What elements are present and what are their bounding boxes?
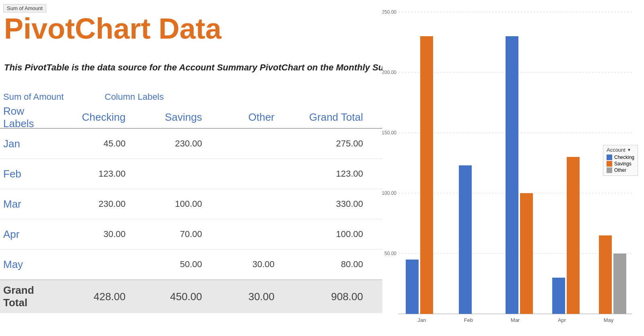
svg-rect-24 xyxy=(613,254,626,314)
column-labels-label: Column Labels xyxy=(105,92,164,102)
grand-total-total: 908.00 xyxy=(331,291,363,303)
row-mar-savings: 100.00 xyxy=(175,199,202,209)
page-title: PivotChart Data xyxy=(4,12,221,45)
row-jan-grand-total: 275.00 xyxy=(336,138,363,149)
row-mar-checking: 230.00 xyxy=(99,199,126,209)
legend-color-other xyxy=(607,167,612,173)
row-may-grand-total: 80.00 xyxy=(341,259,363,270)
svg-text:50.00: 50.00 xyxy=(384,251,396,256)
table-row: Jan 45.00 230.00 275.00 xyxy=(0,129,407,159)
legend-label-savings: Savings xyxy=(614,161,632,167)
svg-text:200.00: 200.00 xyxy=(382,70,396,75)
legend-label-checking: Checking xyxy=(614,155,634,160)
row-label-may: May xyxy=(3,258,23,271)
grand-total-label: Grand Total xyxy=(3,284,49,309)
legend-item-checking: Checking xyxy=(607,155,634,160)
svg-rect-23 xyxy=(599,235,612,314)
row-apr-savings: 70.00 xyxy=(180,229,202,239)
bar-chart: 250.00 200.00 150.00 100.00 50.00 Jan Fe… xyxy=(382,0,640,336)
table-row: May 50.00 30.00 80.00 xyxy=(0,249,407,280)
pivot-subtitle: This PivotTable is the data source for t… xyxy=(4,62,438,73)
svg-text:Mar: Mar xyxy=(511,317,520,323)
row-may-other: 30.00 xyxy=(252,259,275,270)
sum-badge: Sum of Amount xyxy=(3,4,46,12)
col-header-other: Other xyxy=(248,111,275,124)
svg-rect-17 xyxy=(506,36,518,314)
svg-text:Apr: Apr xyxy=(558,317,566,323)
pivot-table: Row Labels Checking Savings Other Grand … xyxy=(0,107,407,313)
row-may-savings: 50.00 xyxy=(180,259,202,270)
table-row: Mar 230.00 100.00 330.00 xyxy=(0,189,407,219)
grand-total-savings: 450.00 xyxy=(170,291,202,303)
svg-rect-12 xyxy=(406,260,419,314)
legend-color-checking xyxy=(607,155,612,160)
legend-title-text: Account xyxy=(607,147,625,153)
svg-text:150.00: 150.00 xyxy=(382,130,396,136)
legend-color-savings xyxy=(607,161,612,167)
chart-legend: Account ▼ Checking Savings Other xyxy=(603,145,638,176)
pivot-header-row: Row Labels Checking Savings Other Grand … xyxy=(0,107,407,129)
row-label-jan: Jan xyxy=(3,138,20,150)
row-feb-grand-total: 123.00 xyxy=(336,169,363,179)
legend-title: Account ▼ xyxy=(607,147,634,153)
svg-text:Jan: Jan xyxy=(418,317,426,323)
svg-rect-15 xyxy=(459,165,472,314)
chart-container: 250.00 200.00 150.00 100.00 50.00 Jan Fe… xyxy=(382,0,640,336)
svg-text:100.00: 100.00 xyxy=(382,190,396,196)
col-header-checking: Checking xyxy=(82,111,126,124)
svg-rect-20 xyxy=(552,278,565,314)
svg-text:May: May xyxy=(604,317,614,323)
sum-of-amount-label: Sum of Amount xyxy=(3,92,64,102)
table-row: Apr 30.00 70.00 100.00 xyxy=(0,219,407,249)
col-header-row-labels: Row Labels xyxy=(3,105,49,130)
legend-dropdown-icon[interactable]: ▼ xyxy=(627,148,631,152)
row-jan-checking: 45.00 xyxy=(103,138,126,149)
row-label-apr: Apr xyxy=(3,228,19,241)
row-mar-grand-total: 330.00 xyxy=(336,199,363,209)
row-label-mar: Mar xyxy=(3,198,21,210)
row-apr-checking: 30.00 xyxy=(103,229,126,239)
grand-total-row: Grand Total 428.00 450.00 30.00 908.00 xyxy=(0,280,407,313)
row-feb-checking: 123.00 xyxy=(99,169,126,179)
row-jan-savings: 230.00 xyxy=(175,138,202,149)
table-row: Feb 123.00 123.00 xyxy=(0,159,407,189)
grand-total-other: 30.00 xyxy=(248,291,275,303)
svg-rect-21 xyxy=(567,157,580,314)
col-header-grand-total: Grand Total xyxy=(309,111,363,124)
svg-text:Feb: Feb xyxy=(464,317,473,323)
svg-text:250.00: 250.00 xyxy=(382,9,396,15)
legend-item-savings: Savings xyxy=(607,161,634,167)
row-apr-grand-total: 100.00 xyxy=(336,229,363,239)
svg-rect-18 xyxy=(520,193,533,314)
grand-total-checking: 428.00 xyxy=(93,291,126,303)
legend-item-other: Other xyxy=(607,167,634,173)
legend-label-other: Other xyxy=(614,167,626,173)
col-header-savings: Savings xyxy=(165,111,202,124)
svg-rect-13 xyxy=(420,36,433,314)
row-label-feb: Feb xyxy=(3,168,21,180)
